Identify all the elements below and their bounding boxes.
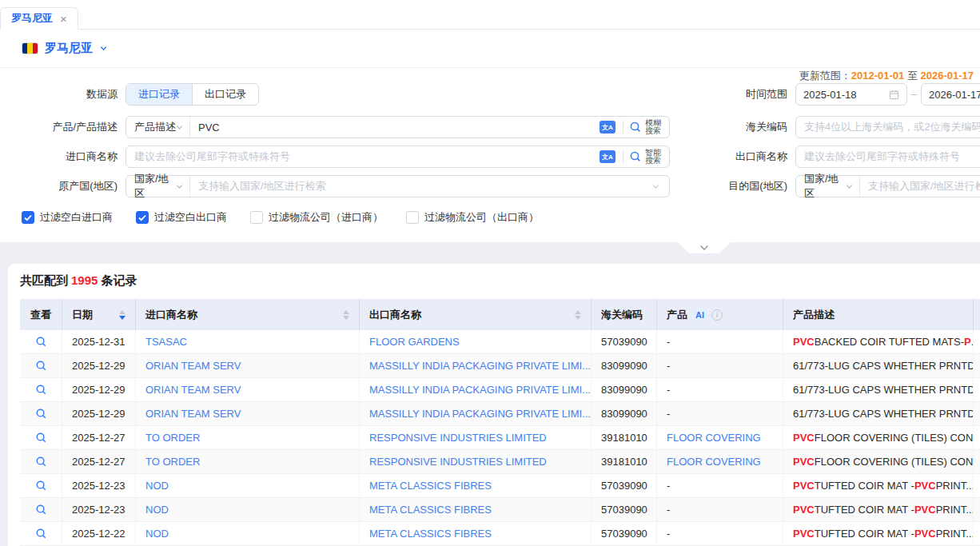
hs-code-input[interactable]: 支持4位以上海关编码，或2位海关编码加拼 — [796, 120, 980, 134]
smart-search-button[interactable]: 智能搜索 — [623, 149, 669, 165]
sort-desc-caret — [343, 316, 349, 320]
checkbox-checked-icon[interactable] — [22, 211, 34, 224]
tab-bar: 罗马尼亚 × — [0, 0, 980, 30]
exporter-link[interactable]: FLOOR GARDENS — [369, 336, 460, 348]
importer-link[interactable]: ORIAN TEAM SERV — [145, 408, 241, 420]
export-records-button[interactable]: 出口记录 — [192, 84, 258, 105]
translate-icon[interactable]: 文A — [600, 150, 615, 163]
extra-cell — [974, 378, 980, 402]
product-cell: - — [657, 330, 783, 354]
translate-icon[interactable]: 文A — [600, 121, 615, 134]
exporter-link[interactable]: META CLASSICS FIBRES — [369, 528, 492, 540]
filter-checkbox[interactable]: 过滤空白出口商 — [136, 210, 227, 225]
view-record-button[interactable] — [35, 360, 47, 372]
checkbox-unchecked-icon[interactable] — [406, 211, 419, 224]
column-header-label: 出口商名称 — [369, 308, 421, 322]
description-text: 61/773-LUG CAPS WHETHER PRNTD... — [793, 384, 974, 396]
importer-link[interactable]: ORIAN TEAM SERV — [145, 360, 241, 372]
product-search-input[interactable]: PVC — [190, 122, 600, 134]
description-text: FLOOR COVERING (TILES) CONT... — [815, 432, 974, 444]
importer-link[interactable]: TSASAC — [145, 336, 187, 348]
import-records-button[interactable]: 进口记录 — [126, 84, 192, 105]
exporter-link[interactable]: META CLASSICS FIBRES — [369, 480, 492, 492]
exporter-name-input[interactable]: 建议去除公司尾部字符或特殊符号 — [796, 149, 980, 164]
exporter-link[interactable]: META CLASSICS FIBRES — [369, 504, 492, 516]
view-record-button[interactable] — [35, 456, 47, 468]
destination-country-select[interactable]: 国家/地区 — [796, 176, 860, 197]
date-cell: 2025-12-27 — [62, 450, 136, 474]
product-type-select[interactable]: 产品描述 — [126, 117, 190, 137]
date-cell: 2025-12-27 — [62, 426, 136, 450]
exporter-link[interactable]: RESPONSIVE INDUSTRIES LIMITED — [369, 456, 547, 468]
filter-checkbox[interactable]: 过滤空白进口商 — [22, 210, 113, 225]
column-header-importer[interactable]: 进口商名称 — [136, 299, 360, 330]
exporter-name-field[interactable]: 建议去除公司尾部字符或特殊符号 — [795, 145, 980, 168]
filter-checkbox[interactable]: 过滤物流公司（出口商） — [406, 210, 539, 225]
view-record-button[interactable] — [35, 528, 47, 540]
description-cell: 61/773-LUG CAPS WHETHER PRNTD... — [783, 354, 974, 378]
importer-cell: ORIAN TEAM SERV — [136, 354, 360, 378]
date-cell: 2025-12-29 — [62, 378, 136, 402]
checkbox-unchecked-icon[interactable] — [250, 211, 263, 224]
view-cell — [20, 330, 62, 354]
info-icon[interactable]: i — [711, 309, 723, 321]
product-link[interactable]: FLOOR COVERING — [667, 432, 761, 444]
importer-link[interactable]: ORIAN TEAM SERV — [145, 384, 241, 396]
date-from-input[interactable]: 2025-01-18 — [795, 83, 907, 106]
filter-checkbox[interactable]: 过滤物流公司（进口商） — [250, 210, 383, 225]
importer-link[interactable]: TO ORDER — [145, 456, 200, 468]
fuzzy-search-button[interactable]: 模糊搜索 — [623, 119, 669, 135]
collapse-filters-button[interactable] — [678, 242, 731, 253]
view-record-button[interactable] — [35, 336, 47, 348]
exporter-link[interactable]: RESPONSIVE INDUSTRIES LIMITED — [369, 432, 547, 444]
hs-code-cell: 57039090 — [592, 330, 657, 354]
column-header-text: 产品 — [667, 308, 687, 322]
chevron-down-icon — [699, 245, 709, 251]
date-to-input[interactable]: 2026-01-17 — [921, 83, 980, 106]
description-text: BACKED COIR TUFTED MATS- — [815, 336, 964, 348]
origin-country-input[interactable]: 支持输入国家/地区进行检索 — [190, 179, 652, 193]
checkbox-label: 过滤物流公司（出口商） — [424, 210, 539, 225]
hs-code-field[interactable]: 支持4位以上海关编码，或2位海关编码加拼 — [795, 116, 980, 138]
exporter-link[interactable]: MASSILLY INDIA PACKAGING PRIVATE LIMI... — [369, 384, 591, 396]
hs-code-cell: 39181010 — [592, 450, 657, 474]
tab-romania[interactable]: 罗马尼亚 × — [0, 7, 78, 30]
origin-country-select[interactable]: 国家/地区 — [126, 176, 190, 197]
column-header-date[interactable]: 日期 — [62, 299, 136, 330]
view-record-button[interactable] — [35, 504, 47, 516]
importer-link[interactable]: NOD — [145, 504, 169, 516]
close-icon[interactable]: × — [60, 13, 67, 25]
view-record-button[interactable] — [35, 480, 47, 492]
hs-code-cell: 83099090 — [592, 354, 657, 378]
view-cell — [20, 426, 62, 450]
table-row: 2025-12-23NODMETA CLASSICS FIBRES5703909… — [20, 474, 980, 498]
importer-name-input[interactable]: 建议去除公司尾部字符或特殊符号 — [126, 149, 600, 164]
view-record-button[interactable] — [35, 408, 47, 420]
product-link[interactable]: FLOOR COVERING — [667, 456, 761, 468]
checkbox-checked-icon[interactable] — [136, 211, 149, 224]
exporter-link[interactable]: MASSILLY INDIA PACKAGING PRIVATE LIMI... — [369, 408, 591, 420]
view-cell — [20, 498, 62, 522]
origin-country-label: 原产国(地区) — [0, 175, 118, 197]
column-header-label: 日期 — [72, 308, 93, 322]
description-cell: PVC TUFTED COIR MAT - PVC PRINT... — [783, 522, 974, 546]
sort-desc-caret — [119, 316, 125, 320]
view-record-button[interactable] — [35, 432, 47, 444]
date-cell: 2025-12-23 — [62, 474, 136, 498]
exporter-link[interactable]: MASSILLY INDIA PACKAGING PRIVATE LIMI... — [369, 360, 591, 372]
view-record-button[interactable] — [35, 384, 47, 396]
sort-icon — [119, 310, 125, 320]
importer-link[interactable]: TO ORDER — [145, 432, 200, 444]
extra-cell — [974, 402, 980, 426]
column-header-label: 查看 — [30, 308, 51, 322]
importer-link[interactable]: NOD — [145, 480, 169, 492]
column-header-label: 产品AIi — [667, 308, 723, 322]
importer-cell: NOD — [136, 474, 360, 498]
description-cell: PVC TUFTED COIR MAT - PVC PRINT... — [783, 474, 974, 498]
column-header-exporter[interactable]: 出口商名称 — [360, 299, 592, 330]
destination-country-input[interactable]: 支持输入国家/地区进行检索 — [860, 179, 980, 193]
table-row: 2025-12-31TSASACFLOOR GARDENS57039090-PV… — [20, 330, 980, 354]
chevron-down-icon[interactable] — [100, 45, 107, 52]
exporter-cell: MASSILLY INDIA PACKAGING PRIVATE LIMI... — [360, 402, 592, 426]
importer-link[interactable]: NOD — [145, 528, 169, 540]
